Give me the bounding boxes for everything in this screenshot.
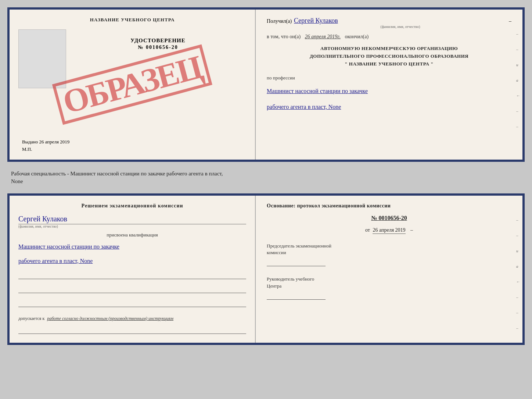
profession-value1-top: Машинист насосной станции по закачке <box>267 86 511 97</box>
mark-2: – <box>516 47 520 51</box>
chairman-line2: комиссии <box>267 250 286 255</box>
bmark-8: – <box>516 326 520 330</box>
right-marks-bottom: – – и а ← – – – <box>516 218 520 330</box>
mark-5: ← <box>516 93 520 98</box>
mark-4: а <box>516 78 520 82</box>
underline1 <box>18 272 246 279</box>
leader-line2: Центра <box>267 283 281 289</box>
date-prefix: в том, что он(а) <box>267 34 301 39</box>
leader-sig-line <box>267 292 326 300</box>
person-name-bottom: Сергей Кулаков <box>18 215 246 224</box>
photo-placeholder <box>18 29 66 88</box>
allowed-value: работе согласно должностным (производств… <box>47 316 173 321</box>
right-marks-top: – – и а ← – – <box>516 32 520 129</box>
leader-line1: Руководитель учебного <box>267 276 314 282</box>
chairman-line1: Председатель экзаменационной <box>267 243 331 249</box>
chairman-block: Председатель экзаменационной комиссии <box>267 243 511 266</box>
cert-bottom-left: Решением экзаменационной комиссии Сергей… <box>10 196 256 343</box>
middle-line1: Рабочая специальность - Машинист насосно… <box>11 170 521 178</box>
profession-label-top: по профессии <box>267 75 511 81</box>
dash-top: – <box>509 18 511 24</box>
org-line1: АВТОНОМНУЮ НЕКОММЕРЧЕСКУЮ ОРГАНИЗАЦИЮ <box>267 45 511 53</box>
bottom-certificate: Решением экзаменационной комиссии Сергей… <box>7 193 525 345</box>
cert-bottom-right: Основание: протокол экзаменационной коми… <box>256 196 522 343</box>
mark-6: – <box>516 109 520 113</box>
bmark-2: – <box>516 233 520 238</box>
assigned-label: присвоена квалификация <box>18 232 246 238</box>
osnov-label: Основание: протокол экзаменационной коми… <box>267 203 511 209</box>
from-date-value: 26 апреля 2019 <box>373 227 405 234</box>
name-hint-top: (фамилия, имя, отчество) <box>294 25 507 29</box>
underline4 <box>18 327 246 334</box>
mark-1: – <box>516 32 520 36</box>
org-line3: " НАЗВАНИЕ УЧЕБНОГО ЦЕНТРА " <box>267 60 511 68</box>
udost-label: УДОСТОВЕРЕНИЕ <box>130 38 186 44</box>
page-wrapper: НАЗВАНИЕ УЧЕБНОГО ЦЕНТРА УДОСТОВЕРЕНИЕ №… <box>7 7 525 345</box>
bmark-5: ← <box>516 279 520 284</box>
bmark-1: – <box>516 218 520 222</box>
from-date: от 26 апреля 2019 – <box>267 227 511 233</box>
chairman-sig-line <box>267 259 326 266</box>
middle-text-block: Рабочая специальность - Машинист насосно… <box>7 168 525 188</box>
bmark-6: – <box>516 295 520 299</box>
org-line2: ДОПОЛНИТЕЛЬНОГО ПРОФЕССИОНАЛЬНОГО ОБРАЗО… <box>267 53 511 60</box>
allowed-prefix: допускается к <box>18 316 44 321</box>
commission-title: Решением экзаменационной комиссии <box>18 203 246 209</box>
cert-top-left: НАЗВАНИЕ УЧЕБНОГО ЦЕНТРА УДОСТОВЕРЕНИЕ №… <box>10 10 256 160</box>
underline3 <box>18 300 246 307</box>
org-block: АВТОНОМНУЮ НЕКОММЕРЧЕСКУЮ ОРГАНИЗАЦИЮ ДО… <box>267 45 511 68</box>
chairman-label: Председатель экзаменационной комиссии <box>267 243 511 256</box>
cert-top-right: Получил(а) Сергей Кулаков (фамилия, имя,… <box>256 10 522 160</box>
middle-line2: None <box>11 178 521 185</box>
qual-line1: Машинист насосной станции по закачке <box>18 242 246 252</box>
date-suffix: окончил(а) <box>345 34 369 39</box>
date-value: 26 апреля 2019г. <box>305 34 341 39</box>
protocol-number: № 0010656-20 <box>267 215 511 221</box>
profession-value2-top: рабочего агента в пласт, None <box>267 102 511 113</box>
top-certificate: НАЗВАНИЕ УЧЕБНОГО ЦЕНТРА УДОСТОВЕРЕНИЕ №… <box>7 7 525 162</box>
bmark-4: а <box>516 264 520 268</box>
qual-line2: рабочего агента в пласт, None <box>18 256 246 267</box>
received-block: Получил(а) Сергей Кулаков (фамилия, имя,… <box>267 17 511 29</box>
mp-line: М.П. <box>18 146 246 152</box>
udost-number: № 0010656-20 <box>138 44 178 50</box>
date-line: в том, что он(а) 26 апреля 2019г. окончи… <box>267 34 511 40</box>
vydano-line: Выдано 26 апреля 2019 <box>18 132 246 145</box>
mark-3: и <box>516 63 520 67</box>
leader-label: Руководитель учебного Центра <box>267 276 511 289</box>
mark-7: – <box>516 124 520 129</box>
name-hint-bottom: (фамилия, имя, отчество) <box>18 224 246 228</box>
received-name: Сергей Кулаков <box>294 17 507 25</box>
leader-block: Руководитель учебного Центра <box>267 276 511 299</box>
from-date-dash: – <box>410 227 413 233</box>
from-date-prefix: от <box>365 227 370 233</box>
bmark-7: – <box>516 310 520 315</box>
allowed-text: допускается к работе согласно должностны… <box>18 316 246 321</box>
bmark-3: и <box>516 249 520 253</box>
person-name-block: Сергей Кулаков (фамилия, имя, отчество) <box>18 215 246 228</box>
underline2 <box>18 286 246 293</box>
received-prefix: Получил(а) <box>267 18 292 24</box>
top-left-title: НАЗВАНИЕ УЧЕБНОГО ЦЕНТРА <box>90 17 175 23</box>
